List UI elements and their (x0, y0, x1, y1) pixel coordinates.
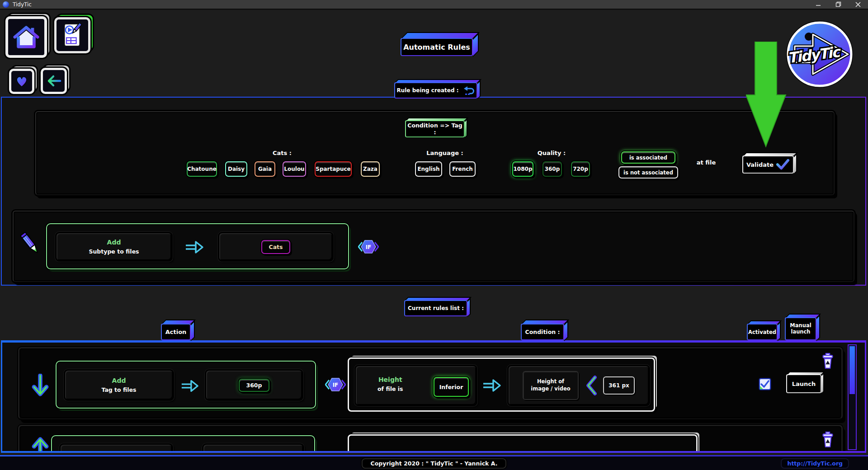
trash-icon[interactable] (821, 352, 835, 370)
website-link[interactable]: http://TidyTic.org (781, 458, 849, 469)
double-arrow-icon (180, 378, 199, 394)
draft-rule-action-group: Add Subtype to files Cats (46, 223, 349, 269)
condition-compare-slot: Height of image / video 361 px (507, 365, 650, 406)
pencil-icon (19, 230, 42, 258)
condition-tag-title-label: Condition => Tag : (405, 120, 465, 137)
column-action-label: Action (161, 324, 191, 340)
is-associated-button[interactable]: is associated (621, 151, 675, 164)
current-rules-list-label: Current rules list : (404, 300, 467, 316)
rule-row: Add Tag to files 360p IF (18, 347, 843, 419)
close-button[interactable] (848, 0, 868, 9)
heart-icon (14, 75, 29, 88)
condition-type-slot: Height of file is Inferior (354, 365, 477, 406)
rule-action-object: Tag to files (101, 386, 136, 393)
app-window: TidyTic (0, 0, 868, 470)
condition-value-box[interactable]: 361 px (603, 376, 635, 395)
rule-action-slot: Add Tag to files (64, 369, 174, 401)
rule-action-group: Add Tag to files 360p (56, 361, 316, 409)
tag-french[interactable]: French (449, 161, 476, 177)
condition-phrase: of file is (377, 385, 403, 392)
tag-chatoune[interactable]: Chatoune (187, 161, 217, 177)
rules-scrollbar-thumb[interactable] (849, 346, 855, 394)
tidytic-logo: TidyTic (785, 16, 854, 91)
condition-source-line2: image / video (531, 385, 570, 393)
rule-action-verb: Add (112, 377, 126, 384)
column-activated-label: Activated (747, 324, 778, 340)
draft-if-label: IF (366, 244, 372, 250)
launch-button[interactable]: Launch (786, 374, 821, 393)
tag-english[interactable]: English (415, 161, 442, 177)
undo-icon (463, 86, 475, 95)
language-group-label: Language : (415, 150, 475, 156)
column-condition-label: Condition : (521, 324, 564, 340)
draft-action-slot[interactable]: Add Subtype to files (55, 232, 173, 262)
restore-button[interactable] (828, 0, 848, 9)
check-icon (776, 159, 790, 170)
favorites-button[interactable] (9, 69, 34, 94)
tag-daisy[interactable]: Daisy (225, 161, 247, 177)
rule-action-slot (59, 443, 173, 453)
activated-checkbox[interactable] (759, 378, 771, 390)
rule-editor-button[interactable] (54, 17, 90, 53)
move-up-icon[interactable] (31, 436, 49, 453)
move-down-icon[interactable] (31, 374, 49, 397)
minimize-button[interactable] (808, 0, 828, 9)
column-manual-launch-line2: launch (791, 329, 810, 335)
at-file-label: at file (690, 159, 722, 166)
validate-button[interactable]: Validate (742, 155, 794, 174)
is-not-associated-button[interactable]: is not associated (618, 166, 678, 179)
restore-icon (835, 1, 841, 7)
column-manual-launch-line1: Manual (790, 323, 811, 329)
tag-360p[interactable]: 360p (542, 161, 562, 177)
tag-720p[interactable]: 720p (571, 161, 590, 177)
validate-label: Validate (746, 161, 774, 168)
minimize-icon (816, 2, 821, 7)
less-than-icon (585, 375, 597, 396)
rule-condition-group: Height of file is Inferior Height of ima… (348, 357, 655, 412)
tag-spartapuce[interactable]: Spartapuce (315, 161, 352, 177)
titlebar: TidyTic (0, 0, 868, 10)
tag-1080p[interactable]: 1080p (512, 161, 533, 177)
rule-action-group (51, 435, 315, 453)
condition-tag-title: Condition => Tag : (405, 120, 465, 137)
document-edit-icon (62, 23, 82, 47)
app-icon (3, 1, 9, 8)
column-activated-tab: Activated (747, 324, 778, 340)
tag-gaia[interactable]: Gaia (255, 161, 275, 177)
rule-result-slot: 360p (205, 369, 303, 401)
close-icon (855, 2, 861, 7)
double-arrow-icon (184, 240, 204, 255)
cats-group-label: Cats : (252, 150, 312, 156)
rule-condition-group (348, 434, 698, 453)
trash-icon[interactable] (821, 431, 835, 449)
draft-result-tag[interactable]: Cats (261, 240, 290, 254)
launch-label: Launch (786, 374, 821, 393)
rule-result-tag: 360p (239, 379, 269, 392)
back-button[interactable] (41, 68, 67, 94)
copyright-label: Copyright 2020 : " TidyTic " - Yannick A… (362, 458, 507, 469)
window-title: TidyTic (13, 1, 32, 8)
automatic-rules-button[interactable]: Automatic Rules (401, 38, 473, 56)
rules-list-panel: Add Tag to files 360p IF (1, 340, 866, 453)
quality-group-label: Quality : (522, 150, 581, 156)
tag-zaza[interactable]: Zaza (361, 161, 380, 177)
green-pointer-arrow (746, 42, 791, 148)
if-hexagon-icon: IF (325, 376, 346, 393)
if-hexagon-icon: IF (358, 239, 379, 255)
draft-action-verb: Add (107, 239, 121, 246)
rules-scrollbar[interactable] (848, 344, 857, 450)
window-controls (808, 0, 868, 9)
rule-result-slot (202, 443, 304, 453)
draft-result-slot[interactable]: Cats (218, 232, 334, 262)
rule-if-label: IF (333, 382, 339, 388)
automatic-rules-label: Automatic Rules (401, 38, 473, 56)
footer: Copyright 2020 : " TidyTic " - Yannick A… (0, 455, 868, 470)
condition-source-box[interactable]: Height of image / video (523, 371, 579, 400)
home-button[interactable] (5, 16, 47, 58)
tag-loulou[interactable]: Loulou (283, 161, 306, 177)
rule-being-created-label: Rule being created : (396, 87, 458, 94)
double-arrow-icon (482, 378, 502, 393)
rule-being-created-button[interactable]: Rule being created : (394, 82, 477, 99)
condition-operator-button[interactable]: Inferior (434, 377, 469, 397)
current-rules-list-button[interactable]: Current rules list : (404, 300, 467, 316)
